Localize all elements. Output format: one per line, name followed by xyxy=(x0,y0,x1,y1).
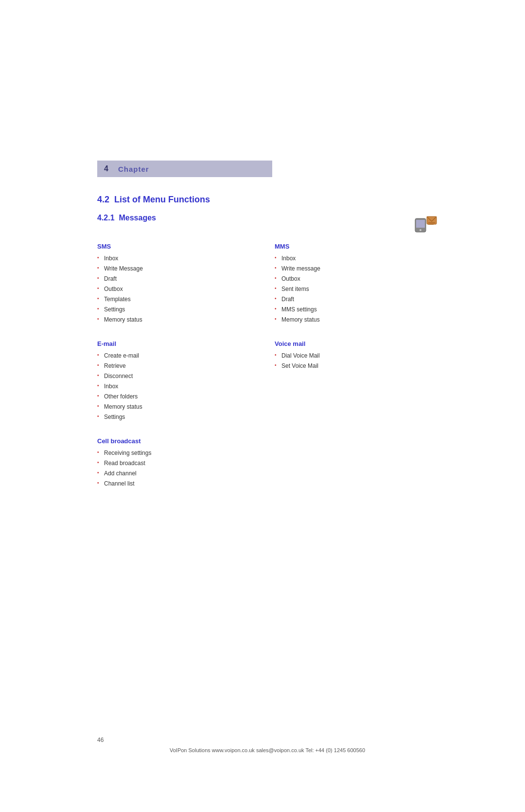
list-item: Other folders xyxy=(97,392,260,401)
list-item: Retrieve xyxy=(97,361,260,370)
chapter-label: Chapter xyxy=(118,165,149,173)
content-area: 4.2 List of Menu Functions 4.2.1 Message… xyxy=(97,190,438,489)
section-title: 4.2 List of Menu Functions xyxy=(97,195,438,205)
list-item: Add channel xyxy=(97,469,438,478)
list-item: Read broadcast xyxy=(97,459,438,468)
list-item: Write Message xyxy=(97,264,260,273)
list-item: Outbox xyxy=(275,274,438,283)
list-item: Draft xyxy=(97,274,260,283)
sms-section: SMS Inbox Write Message Draft Outbox Tem… xyxy=(97,243,260,325)
voicemail-section: Voice mail Dial Voice Mail Set Voice Mai… xyxy=(275,340,438,423)
svg-point-2 xyxy=(420,229,421,231)
list-item: Settings xyxy=(97,305,260,314)
voicemail-heading: Voice mail xyxy=(275,340,438,347)
section-heading: List of Menu Functions xyxy=(114,195,210,204)
list-item: Inbox xyxy=(275,254,438,263)
chapter-banner: 4 Chapter xyxy=(97,161,272,177)
list-item: Outbox xyxy=(97,285,260,293)
section-number: 4.2 xyxy=(97,195,109,204)
list-item: Memory status xyxy=(275,315,438,324)
page-number: 46 xyxy=(97,737,104,743)
list-item: Create e-mail xyxy=(97,351,260,360)
email-section: E-mail Create e-mail Retrieve Disconnect… xyxy=(97,340,260,423)
footer: 46 VoIPon Solutions www.voipon.co.uk sal… xyxy=(97,736,438,754)
list-item: Channel list xyxy=(97,479,438,488)
email-list: Create e-mail Retrieve Disconnect Inbox … xyxy=(97,351,260,421)
mms-section: MMS Inbox Write message Outbox Sent item… xyxy=(275,243,438,325)
list-item: Memory status xyxy=(97,402,260,411)
footer-company-text: VoIPon Solutions www.voipon.co.uk sales@… xyxy=(170,747,365,753)
cell-broadcast-section: Cell broadcast Receiving settings Read b… xyxy=(97,437,438,488)
mms-list: Inbox Write message Outbox Sent items Dr… xyxy=(275,254,438,324)
menu-functions-grid: SMS Inbox Write Message Draft Outbox Tem… xyxy=(97,243,438,428)
list-item: Dial Voice Mail xyxy=(275,351,438,360)
sms-list: Inbox Write Message Draft Outbox Templat… xyxy=(97,254,260,324)
voicemail-list: Dial Voice Mail Set Voice Mail xyxy=(275,351,438,370)
email-heading: E-mail xyxy=(97,340,260,347)
list-item: Disconnect xyxy=(97,372,260,380)
cell-broadcast-list: Receiving settings Read broadcast Add ch… xyxy=(97,449,438,488)
list-item: Inbox xyxy=(97,382,260,391)
mms-heading: MMS xyxy=(275,243,438,250)
list-item: Sent items xyxy=(275,285,438,293)
list-item: Templates xyxy=(97,295,260,304)
sms-heading: SMS xyxy=(97,243,260,250)
subsection-title: 4.2.1 Messages xyxy=(97,214,156,222)
page-container: 4 Chapter 4.2 List of Menu Functions 4.2… xyxy=(0,0,525,812)
list-item: MMS settings xyxy=(275,305,438,314)
list-item: Inbox xyxy=(97,254,260,263)
subsection-heading: Messages xyxy=(119,214,156,222)
list-item: Set Voice Mail xyxy=(275,361,438,370)
list-item: Write message xyxy=(275,264,438,273)
subsection-number: 4.2.1 xyxy=(97,214,115,222)
list-item: Settings xyxy=(97,413,260,421)
cell-broadcast-heading: Cell broadcast xyxy=(97,437,438,445)
list-item: Receiving settings xyxy=(97,449,438,457)
chapter-number: 4 xyxy=(104,164,108,173)
messages-icon xyxy=(414,214,438,233)
list-item: Draft xyxy=(275,295,438,304)
messages-header: 4.2.1 Messages xyxy=(97,214,438,233)
list-item: Memory status xyxy=(97,315,260,324)
svg-rect-1 xyxy=(416,220,425,228)
